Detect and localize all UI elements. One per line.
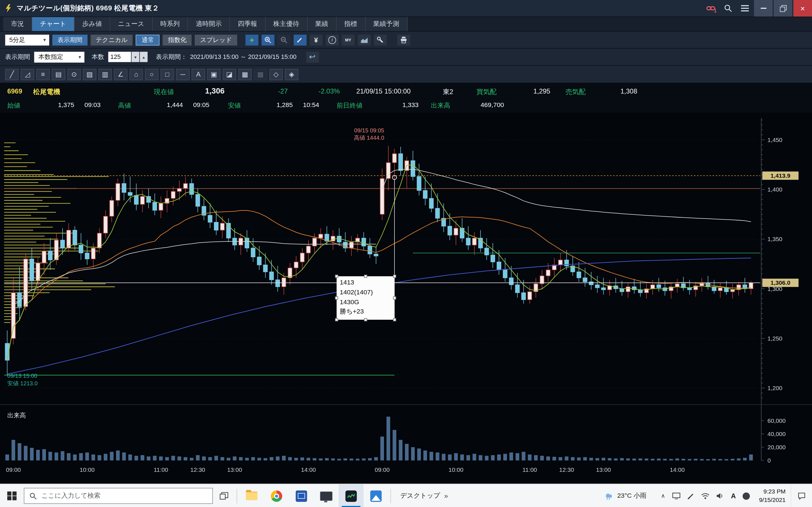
tab-適時開示[interactable]: 適時開示	[188, 17, 230, 31]
undo-button[interactable]: ↩	[306, 52, 319, 62]
horizontal-lines-tool[interactable]: ≡	[36, 68, 50, 80]
photos-app-taskbar-button[interactable]	[363, 484, 388, 507]
minimize-button[interactable]	[754, 0, 772, 17]
taskbar-search[interactable]: ここに入力して検索	[24, 488, 213, 504]
weather-widget[interactable]: 23°C 小雨	[604, 492, 647, 500]
ruler-line-tool[interactable]: ◿	[20, 68, 34, 80]
vertical-lines-tool[interactable]: ▥	[98, 68, 112, 80]
count-up-spinner[interactable]: ▲	[140, 52, 148, 62]
svg-text:11:00: 11:00	[522, 466, 537, 473]
trade-note-annotation[interactable]: 14131402(1407)1430G勝ち+23	[337, 276, 395, 320]
clear-all-tool[interactable]: ◈	[285, 68, 298, 80]
pen-icon[interactable]	[688, 492, 695, 500]
low-label: 安値	[228, 101, 241, 110]
fibonacci-retracement-tool[interactable]: ▤	[52, 68, 65, 80]
maximize-button[interactable]	[774, 0, 792, 17]
toolbar-button-テクニカル[interactable]: テクニカル	[91, 34, 133, 45]
annotation-pen-tool[interactable]: ◪	[223, 68, 236, 80]
my-chart-button[interactable]: MY	[342, 34, 355, 45]
copy-object-tool[interactable]: ▦	[238, 68, 252, 80]
annotation-resize-handle[interactable]	[364, 275, 367, 278]
menu-icon[interactable]	[737, 0, 753, 17]
annotation-resize-handle[interactable]	[393, 275, 396, 278]
tab-業績予測[interactable]: 業績予測	[365, 17, 407, 31]
windows-taskbar: ここに入力して検索 デスクトップ » 23°C 小雨 ∧ A 9:23 PM 9…	[0, 484, 812, 507]
toolbar-button-表示期間[interactable]: 表示期間	[52, 34, 88, 45]
horizontal-segment-tool[interactable]: ─	[176, 68, 190, 80]
link-icon[interactable]: 1	[703, 0, 720, 17]
annotation-resize-handle[interactable]	[364, 318, 367, 321]
settings-wrench-icon[interactable]	[374, 34, 387, 45]
tab-時系列[interactable]: 時系列	[153, 17, 188, 31]
print-button[interactable]	[397, 34, 410, 45]
tab-歩み値[interactable]: 歩み値	[74, 17, 110, 31]
file-explorer-taskbar-button[interactable]	[239, 484, 264, 507]
bid-price: 1,295	[534, 87, 550, 95]
ask-label: 売気配	[566, 87, 586, 97]
hidden-icons-button[interactable]: ∧	[661, 493, 665, 499]
action-center-button[interactable]	[791, 484, 812, 507]
icon-stamp-tool[interactable]: ▣	[207, 68, 221, 80]
chart-type-button[interactable]	[358, 34, 371, 45]
chart-area[interactable]: 1,4501,4001,3501,3001,2501,2001,413.91,3…	[0, 113, 812, 486]
chrome-taskbar-button[interactable]	[264, 484, 289, 507]
toolbar-button-スプレッド[interactable]: スプレッド	[195, 34, 237, 45]
tab-指標[interactable]: 指標	[336, 17, 365, 31]
tab-チャート[interactable]: チャート	[32, 17, 74, 31]
annotation-resize-handle[interactable]	[393, 318, 396, 321]
zoom-in-button[interactable]	[261, 34, 274, 45]
yen-axis-button[interactable]: ¥	[310, 34, 322, 45]
eraser-tool[interactable]: ◇	[269, 68, 283, 80]
info-button[interactable]: i	[326, 34, 339, 45]
ime-indicator[interactable]: A	[731, 492, 735, 500]
draw-pen-button[interactable]	[294, 34, 306, 45]
annotation-resize-handle[interactable]	[335, 296, 338, 299]
add-chart-button[interactable]: +	[245, 34, 258, 45]
rectangle-tool[interactable]: □	[160, 68, 174, 80]
tab-業績[interactable]: 業績	[307, 17, 336, 31]
trend-line-tool[interactable]: ╱	[5, 68, 18, 80]
text-tool[interactable]: A	[192, 68, 205, 80]
price-change: -27	[278, 87, 288, 95]
svg-text:12:30: 12:30	[559, 466, 574, 473]
toolbar-button-指数化[interactable]: 指数化	[163, 34, 192, 45]
channel-tool[interactable]: ▨	[83, 68, 96, 80]
tab-株主優待[interactable]: 株主優待	[265, 17, 307, 31]
interval-select[interactable]: 5分足▼	[5, 34, 49, 45]
quiet-hours-icon[interactable]	[743, 492, 750, 500]
annotation-resize-handle[interactable]	[393, 296, 396, 299]
annotation-resize-handle[interactable]	[335, 275, 338, 278]
search-icon[interactable]	[720, 0, 737, 17]
bid-label: 買気配	[476, 87, 497, 97]
range-mode-select[interactable]: 本数指定▼	[34, 52, 84, 62]
gann-fan-tool[interactable]: ⊙	[67, 68, 81, 80]
volume-icon[interactable]	[716, 493, 724, 499]
task-view-button[interactable]	[213, 484, 235, 507]
close-button[interactable]: ×	[794, 0, 812, 17]
svg-text:1,200: 1,200	[767, 385, 782, 391]
desktop-toolbar[interactable]: デスクトップ »	[400, 492, 448, 500]
display-icon[interactable]	[672, 493, 680, 499]
zoom-out-button[interactable]	[277, 34, 290, 45]
remote-desktop-taskbar-button[interactable]	[314, 484, 339, 507]
svg-text:10:00: 10:00	[449, 466, 463, 473]
wifi-icon[interactable]	[702, 493, 710, 499]
annotation-resize-handle[interactable]	[335, 318, 338, 321]
count-down-spinner[interactable]: ▼	[132, 52, 140, 62]
chart-app-taskbar-button[interactable]	[339, 484, 363, 507]
toolbar-button-通常[interactable]: 通常	[136, 34, 160, 45]
price-chart[interactable]: 1,4501,4001,3501,3001,2501,2001,413.91,3…	[0, 113, 812, 486]
photos-app-icon	[370, 490, 382, 501]
bar-count-input[interactable]	[108, 52, 131, 62]
tab-ニュース[interactable]: ニュース	[110, 17, 153, 31]
window-title: マルチツール(個別銘柄) 6969 松尾電機 東２	[17, 4, 159, 13]
start-button[interactable]	[0, 484, 24, 507]
angle-line-tool[interactable]: ∠	[114, 68, 128, 80]
polygon-tool[interactable]: ⌂	[130, 68, 143, 80]
tab-四季報[interactable]: 四季報	[230, 17, 266, 31]
tab-市況[interactable]: 市況	[3, 17, 32, 31]
open-price: 1,375	[58, 101, 74, 109]
ellipse-tool[interactable]: ○	[145, 68, 158, 80]
taskbar-clock[interactable]: 9:23 PM 9/15/2021	[759, 488, 785, 504]
mail-app-taskbar-button[interactable]	[289, 484, 314, 507]
